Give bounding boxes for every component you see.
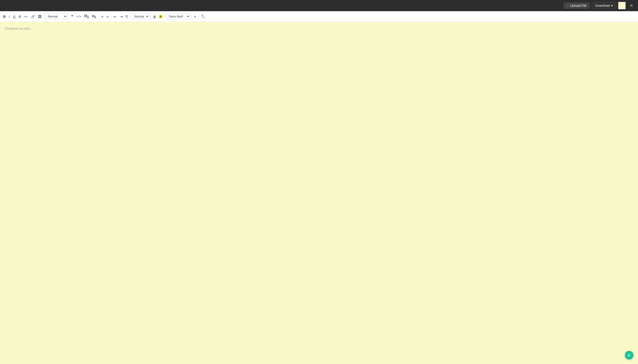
strikethrough-icon: S — [19, 15, 21, 18]
header-bar: ↑ Upload File Download ▾ ✕ — [0, 0, 638, 11]
toolbar-divider-1 — [44, 14, 44, 19]
close-button[interactable]: ✕ — [628, 2, 635, 9]
unordered-list-icon: ≡ — [107, 15, 108, 18]
close-icon: ✕ — [629, 3, 633, 8]
bold-icon: B — [3, 15, 6, 18]
toolbar-divider-7 — [165, 14, 165, 19]
inline-code-button[interactable]: <> — [23, 14, 29, 19]
h1-button[interactable]: H1 — [83, 13, 90, 20]
pilcrow-icon: ¶ — [126, 15, 128, 18]
ordered-list-icon: ≡ — [101, 15, 103, 18]
blockquote-icon: ❝ — [71, 15, 73, 18]
download-label: Download — [595, 4, 610, 8]
code-block-icon: </> — [76, 15, 81, 18]
editor-placeholder: Compose an epic... — [5, 26, 33, 30]
h2-icon: H2 — [92, 14, 96, 18]
highlight-icon: A — [159, 15, 162, 18]
indent-increase-button[interactable]: ⇥ — [118, 14, 124, 19]
indent-decrease-icon: ⇤ — [114, 15, 117, 18]
upload-label: Upload File — [570, 4, 587, 8]
code-block-button[interactable]: </> — [75, 14, 82, 19]
inline-code-icon: <> — [24, 15, 27, 18]
grammarly-button[interactable]: G — [625, 351, 633, 359]
image-icon: 🖼 — [38, 15, 41, 18]
underline-button[interactable]: U — [12, 14, 17, 19]
toolbar-divider-2 — [68, 14, 68, 19]
toolbar-divider-6 — [150, 14, 151, 19]
grammarly-icon: G — [628, 353, 631, 358]
strikethrough-button[interactable]: S — [17, 14, 22, 19]
italic-icon: I — [9, 15, 10, 18]
text-color-button[interactable]: A — [152, 14, 157, 19]
font-family-select[interactable]: Sans Serif Serif Monospace — [166, 14, 190, 19]
upload-file-button[interactable]: ↑ Upload File — [564, 2, 590, 9]
h2-button[interactable]: H2 — [91, 14, 98, 19]
indent-decrease-button[interactable]: ⇤ — [112, 14, 118, 19]
bold-button[interactable]: B — [2, 14, 7, 19]
clear-format-button[interactable]: Tx — [200, 14, 206, 19]
editor-content[interactable]: Compose an epic... — [0, 22, 638, 364]
link-button[interactable]: 🔗 — [30, 14, 36, 19]
blockquote-button[interactable]: ❝ — [70, 14, 75, 19]
toolbar-divider-8 — [191, 14, 192, 19]
h1-icon: H1 — [84, 14, 89, 19]
italic-button[interactable]: I — [8, 14, 11, 19]
font-size-select[interactable]: Normal Small Large Huge — [132, 14, 149, 19]
toolbar-divider-9 — [198, 14, 199, 19]
download-arrow-icon: ▾ — [611, 4, 613, 8]
upload-icon: ↑ — [567, 4, 569, 8]
pilcrow-button[interactable]: ¶ — [124, 14, 129, 19]
align-icon: ≡ — [194, 15, 196, 18]
toolbar-divider-4 — [111, 14, 111, 19]
editor-area[interactable]: Compose an epic... — [0, 22, 638, 364]
editor-toolbar: B I U S <> 🔗 🖼 Normal Heading 1 Heading … — [0, 11, 638, 22]
toolbar-divider-5 — [130, 14, 130, 19]
unordered-list-button[interactable]: ≡ — [105, 14, 110, 19]
align-button[interactable]: ≡ — [193, 14, 198, 19]
clear-format-icon: Tx — [202, 14, 205, 18]
image-button[interactable]: 🖼 — [37, 14, 43, 19]
toolbar-divider-3 — [98, 14, 99, 19]
indent-increase-icon: ⇥ — [120, 15, 123, 18]
ordered-list-button[interactable]: ≡ — [100, 14, 104, 19]
link-icon: 🔗 — [31, 15, 35, 18]
underline-icon: U — [13, 15, 16, 18]
highlight-button[interactable]: A — [158, 14, 164, 19]
block-style-select[interactable]: Normal Heading 1 Heading 2 Heading 3 Quo… — [45, 14, 67, 19]
color-swatch[interactable] — [618, 2, 626, 9]
download-button[interactable]: Download ▾ — [592, 2, 616, 9]
text-color-icon: A — [153, 15, 156, 18]
